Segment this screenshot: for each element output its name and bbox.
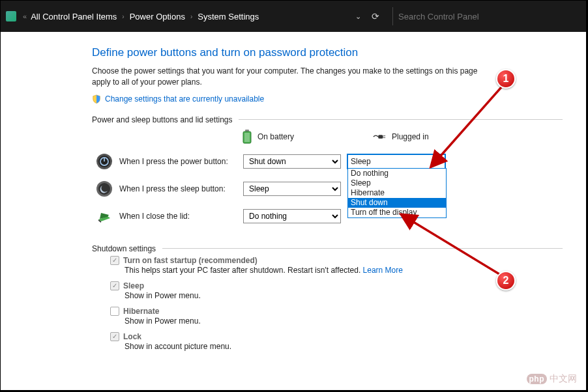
option-fast-startup: ✓Turn on fast startup (recommended) This… <box>110 256 563 275</box>
window: « All Control Panel Items › Power Option… <box>0 0 587 391</box>
chevron-right-icon: › <box>190 13 192 20</box>
power-button-icon <box>96 153 113 170</box>
dropdown-option-hibernate[interactable]: Hibernate <box>348 188 446 198</box>
breadcrumb-all-items[interactable]: All Control Panel Items <box>31 12 117 21</box>
column-label: Plugged in <box>392 132 429 141</box>
breadcrumb-system-settings[interactable]: System Settings <box>198 12 259 21</box>
sleep-button-icon <box>96 180 113 197</box>
plug-icon <box>372 133 387 141</box>
content-pane: Define power buttons and turn on passwor… <box>1 32 586 391</box>
sleep-button-battery-select[interactable]: Sleep <box>243 182 341 196</box>
option-label: Turn on fast startup (recommended) <box>123 256 257 265</box>
shutdown-settings-fieldset: Shutdown settings ✓Turn on fast startup … <box>92 244 563 357</box>
row-label: When I press the sleep button: <box>119 184 243 193</box>
fieldset-legend: Shutdown settings <box>92 244 162 253</box>
learn-more-link[interactable]: Learn More <box>363 266 403 275</box>
shield-icon <box>92 94 101 104</box>
watermark: php 中文网 <box>527 373 578 385</box>
refresh-icon[interactable]: ⟳ <box>372 11 379 21</box>
row-close-lid: When I close the lid: Do nothing <box>92 208 563 225</box>
dropdown-option-shut-down[interactable]: Shut down <box>348 198 446 208</box>
chevron-down-icon: ▾ <box>439 158 442 165</box>
svg-rect-3 <box>378 135 383 139</box>
annotation-marker-2: 2 <box>496 271 516 290</box>
annotation-marker-1: 1 <box>496 69 516 89</box>
row-label: When I close the lid: <box>119 212 243 221</box>
select-value: Sleep <box>351 157 371 166</box>
battery-icon <box>242 130 252 144</box>
option-hibernate: ✓Hibernate Show in Power menu. <box>110 307 563 326</box>
checkbox-lock[interactable]: ✓ <box>110 332 119 341</box>
page-description: Choose the power settings that you want … <box>92 66 483 88</box>
watermark-text: 中文网 <box>550 373 577 385</box>
power-buttons-fieldset: Power and sleep buttons and lid settings… <box>92 115 563 235</box>
power-button-battery-select[interactable]: Shut down <box>243 154 341 169</box>
chevron-down-icon[interactable]: ⌄ <box>355 12 361 21</box>
fieldset-legend: Power and sleep buttons and lid settings <box>92 115 239 124</box>
dropdown-option-turn-off-display[interactable]: Turn off the display <box>348 208 446 217</box>
dropdown-option-do-nothing[interactable]: Do nothing <box>348 169 446 178</box>
row-label: When I press the power button: <box>119 157 243 166</box>
column-plugged-in: Plugged in <box>372 132 470 141</box>
chevron-right-icon: › <box>122 13 124 20</box>
page-title: Define power buttons and turn on passwor… <box>92 46 563 59</box>
history-back-icon[interactable]: « <box>23 12 27 20</box>
control-panel-icon <box>6 11 16 21</box>
option-lock: ✓Lock Show in account picture menu. <box>110 332 563 351</box>
column-on-battery: On battery <box>242 130 340 144</box>
search-input[interactable] <box>398 12 581 21</box>
checkbox-sleep[interactable]: ✓ <box>110 281 119 290</box>
option-label: Hibernate <box>123 307 159 316</box>
row-sleep-button: When I press the sleep button: Sleep <box>92 180 563 197</box>
option-label: Sleep <box>123 281 144 290</box>
checkbox-fast-startup[interactable]: ✓ <box>110 256 119 265</box>
laptop-lid-icon <box>96 208 113 225</box>
divider <box>392 7 393 25</box>
column-label: On battery <box>257 132 294 141</box>
option-desc: This helps start your PC faster after sh… <box>125 266 363 275</box>
titlebar: « All Control Panel Items › Power Option… <box>1 1 586 32</box>
watermark-brand: php <box>527 374 548 384</box>
option-label: Lock <box>123 332 141 341</box>
row-power-button: When I press the power button: Shut down… <box>92 153 563 170</box>
power-button-plugged-select[interactable]: Sleep ▾ Do nothing Sleep Hibernate Shut … <box>347 154 445 169</box>
option-desc: Show in Power menu. <box>110 316 563 326</box>
dropdown-option-sleep[interactable]: Sleep <box>348 178 446 188</box>
change-settings-link[interactable]: Change settings that are currently unava… <box>105 94 264 104</box>
dropdown-list: Do nothing Sleep Hibernate Shut down Tur… <box>347 168 447 218</box>
option-desc: Show in Power menu. <box>110 291 563 300</box>
breadcrumb-power-options[interactable]: Power Options <box>130 12 185 21</box>
lid-battery-select[interactable]: Do nothing <box>243 209 341 223</box>
svg-rect-2 <box>244 133 250 142</box>
option-sleep: ✓Sleep Show in Power menu. <box>110 281 563 300</box>
checkbox-hibernate[interactable]: ✓ <box>110 307 119 316</box>
option-desc: Show in account picture menu. <box>110 342 563 351</box>
